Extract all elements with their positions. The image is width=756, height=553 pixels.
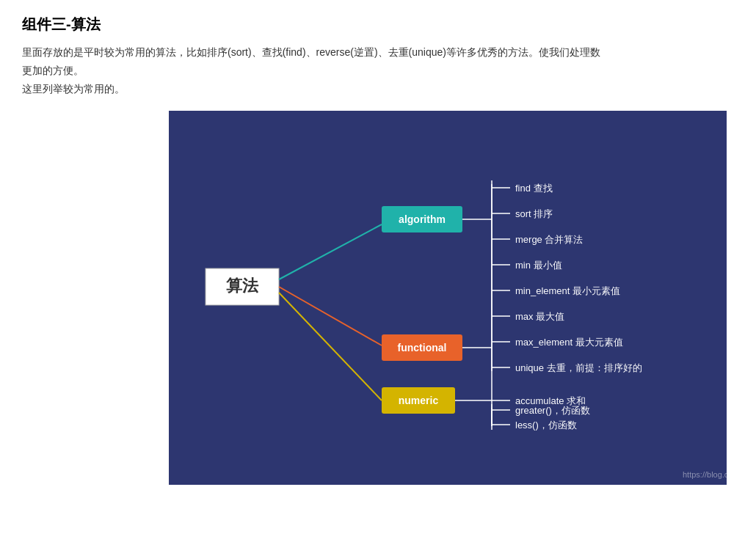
svg-text:merge 合并算法: merge 合并算法 — [515, 234, 583, 245]
description: 里面存放的是平时较为常用的算法，比如排序(sort)、查找(find)、reve… — [22, 43, 734, 99]
desc-line2: 更加的方便。 — [22, 65, 84, 76]
svg-text:unique 去重，前提：排序好的: unique 去重，前提：排序好的 — [515, 362, 642, 373]
svg-line-2 — [279, 224, 382, 279]
page-title: 组件三-算法 — [22, 15, 734, 34]
svg-text:https://blog.csdn.net/qq_45313: https://blog.csdn.net/qq_4531371... — [683, 470, 727, 479]
svg-text:accumulate 求和: accumulate 求和 — [515, 395, 586, 406]
mind-map-diagram: 算法 algorithm find 查找 sort 排序 merge 合并算法 … — [169, 111, 727, 485]
svg-text:greater()，仿函数: greater()，仿函数 — [515, 405, 590, 416]
svg-text:min 最小值: min 最小值 — [515, 260, 562, 271]
desc-line1: 里面存放的是平时较为常用的算法，比如排序(sort)、查找(find)、reve… — [22, 46, 600, 58]
svg-text:functional: functional — [398, 342, 447, 354]
svg-line-4 — [279, 293, 382, 400]
svg-text:算法: 算法 — [226, 276, 259, 295]
svg-text:less()，仿函数: less()，仿函数 — [515, 420, 577, 431]
svg-text:sort 排序: sort 排序 — [515, 208, 553, 219]
svg-text:max 最大值: max 最大值 — [515, 311, 564, 322]
svg-text:find 查找: find 查找 — [515, 183, 553, 194]
svg-text:min_element 最小元素值: min_element 最小元素值 — [515, 285, 620, 296]
svg-line-3 — [279, 287, 382, 345]
svg-text:numeric: numeric — [399, 395, 439, 406]
desc-line3: 这里列举较为常用的。 — [22, 83, 125, 95]
svg-text:max_element 最大元素值: max_element 最大元素值 — [515, 337, 623, 348]
svg-text:algorithm: algorithm — [399, 213, 446, 225]
